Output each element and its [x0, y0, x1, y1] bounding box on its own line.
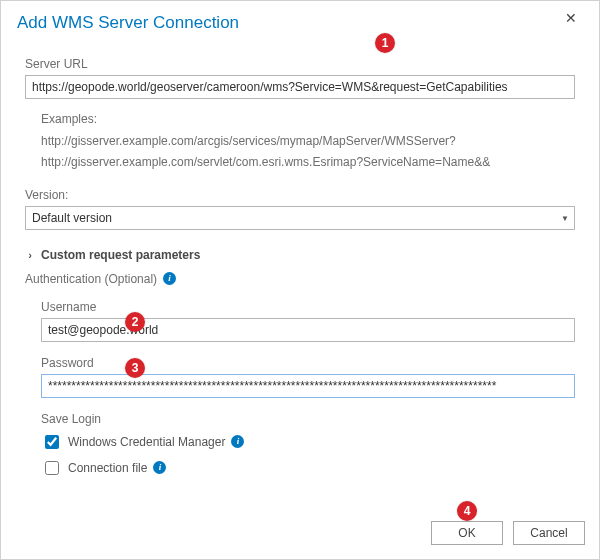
- annotation-badge-2: 2: [125, 312, 145, 332]
- add-wms-connection-dialog: Add WMS Server Connection ✕ Server URL E…: [0, 0, 600, 560]
- info-icon[interactable]: i: [153, 461, 166, 474]
- wcm-checkbox[interactable]: [45, 435, 59, 449]
- chevron-right-icon: ›: [25, 249, 35, 261]
- save-login-section: Save Login Windows Credential Manager i …: [41, 412, 575, 478]
- auth-header: Authentication (Optional) i: [25, 272, 575, 286]
- dialog-body: Server URL Examples: http://gisserver.ex…: [1, 37, 599, 478]
- version-label: Version:: [25, 188, 575, 202]
- server-url-input[interactable]: [25, 75, 575, 99]
- titlebar: Add WMS Server Connection ✕: [1, 1, 599, 37]
- auth-header-label: Authentication (Optional): [25, 272, 157, 286]
- annotation-badge-1: 1: [375, 33, 395, 53]
- cancel-button[interactable]: Cancel: [513, 521, 585, 545]
- custom-params-label: Custom request parameters: [41, 248, 200, 262]
- conn-file-checkbox[interactable]: [45, 461, 59, 475]
- example-line-2: http://gisserver.example.com/servlet/com…: [41, 152, 575, 174]
- conn-file-checkbox-row[interactable]: Connection file i: [41, 458, 575, 478]
- dialog-footer: OK Cancel: [431, 521, 585, 545]
- password-label: Password: [41, 356, 575, 370]
- version-select-wrap: ▼: [25, 206, 575, 230]
- info-icon[interactable]: i: [231, 435, 244, 448]
- save-login-header: Save Login: [41, 412, 575, 426]
- examples-heading: Examples:: [41, 109, 575, 131]
- version-select[interactable]: [25, 206, 575, 230]
- annotation-badge-3: 3: [125, 358, 145, 378]
- dialog-title: Add WMS Server Connection: [17, 13, 239, 33]
- close-icon[interactable]: ✕: [559, 9, 583, 27]
- username-input[interactable]: [41, 318, 575, 342]
- custom-params-expander[interactable]: › Custom request parameters: [25, 248, 575, 262]
- auth-section: Username Password Save Login Windows Cre…: [41, 300, 575, 478]
- example-line-1: http://gisserver.example.com/arcgis/serv…: [41, 131, 575, 153]
- examples-block: Examples: http://gisserver.example.com/a…: [41, 109, 575, 174]
- username-label: Username: [41, 300, 575, 314]
- conn-file-label: Connection file: [68, 461, 147, 475]
- wcm-checkbox-row[interactable]: Windows Credential Manager i: [41, 432, 575, 452]
- wcm-label: Windows Credential Manager: [68, 435, 225, 449]
- server-url-label: Server URL: [25, 57, 575, 71]
- annotation-badge-4: 4: [457, 501, 477, 521]
- info-icon[interactable]: i: [163, 272, 176, 285]
- password-input[interactable]: [41, 374, 575, 398]
- ok-button[interactable]: OK: [431, 521, 503, 545]
